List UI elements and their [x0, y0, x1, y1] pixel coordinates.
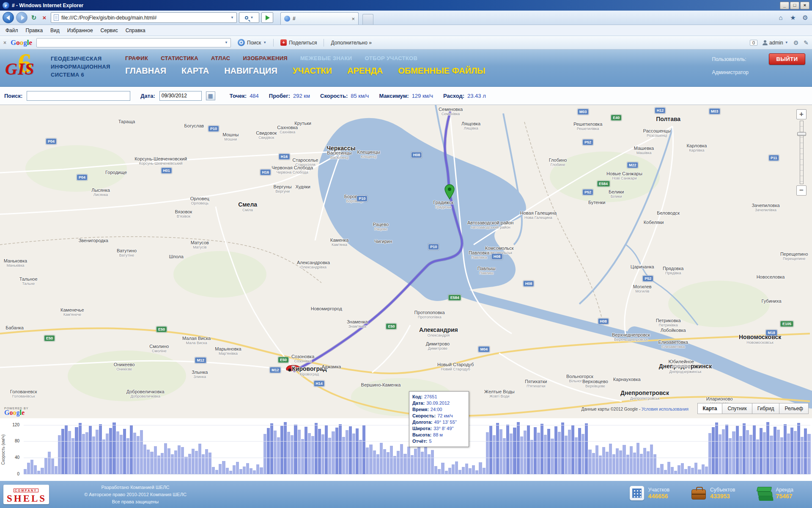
map-label: ГолованевскГолованівськ [10, 389, 37, 398]
road-badge: H08 [491, 254, 503, 260]
speed-bar [24, 469, 27, 474]
road-badge: M22 [627, 162, 639, 168]
logout-button[interactable]: ВЫЙТИ [769, 53, 805, 65]
map-canvas[interactable]: ЧеркассыЧеркасиСмелаСмілаКировоградКіров… [0, 105, 812, 418]
zoom-slider[interactable] [800, 121, 804, 184]
tab-close-icon[interactable]: × [351, 16, 355, 22]
nav-item-АРЕНДА[interactable]: АРЕНДА [347, 66, 383, 76]
y-tick-label: 0 [8, 472, 19, 476]
address-bar[interactable]: ▼ [51, 12, 237, 23]
address-dropdown-icon[interactable]: ▼ [230, 16, 234, 19]
zoom-slider-handle[interactable] [797, 132, 806, 136]
speed-bar [568, 430, 571, 474]
tools-icon[interactable]: ⚙ [793, 39, 799, 46]
menu-item-Справка[interactable]: Справка [122, 26, 149, 35]
speed-bar [215, 470, 218, 474]
brand-letter: G [4, 409, 9, 416]
city-name: Рацево [373, 222, 389, 227]
nav-item-ОТБОР УЧАСТКОВ[interactable]: ОТБОР УЧАСТКОВ [365, 55, 417, 61]
city-name: Худяки [295, 184, 310, 189]
share-button[interactable]: + Поделиться [278, 39, 319, 47]
speed-bar [708, 433, 711, 474]
map-label: МарьяновкаМар'янівка [215, 346, 241, 356]
menu-item-Сервис[interactable]: Сервис [97, 26, 122, 35]
maximize-button[interactable]: □ [790, 2, 799, 9]
forward-button[interactable] [16, 12, 27, 23]
nav-item-УЧАСТКИ[interactable]: УЧАСТКИ [293, 66, 332, 76]
terms-link[interactable]: Условия использования [642, 407, 689, 411]
address-search-button[interactable]: ▼ [239, 12, 259, 23]
point-tooltip: Код:27651Дата:30.09.2012Время:24:00Скоро… [409, 391, 469, 447]
zoom-out-button[interactable]: − [796, 185, 807, 196]
nav-item-ГРАФИК[interactable]: ГРАФИК [125, 55, 148, 61]
menu-item-Вид[interactable]: Вид [47, 26, 63, 35]
speed-bar [304, 427, 307, 474]
tab-title: # [293, 16, 296, 22]
admin-menu[interactable]: admin ▼ [763, 40, 788, 46]
speed-bar [469, 468, 472, 474]
date-input[interactable] [159, 91, 202, 101]
city-name: Зачепиловка [752, 203, 779, 208]
search-input[interactable] [27, 91, 130, 101]
speed-bar [424, 445, 427, 474]
tooltip-value: 27651 [424, 394, 437, 399]
city-name: Машевка [634, 146, 654, 151]
menu-item-Избранное[interactable]: Избранное [63, 26, 97, 35]
settings-icon[interactable]: ⚙ [801, 14, 809, 22]
nav-item-АТЛАС[interactable]: АТЛАС [211, 55, 230, 61]
tooltip-value: 33° 8' 49'' [433, 426, 453, 431]
speed-bar [801, 437, 804, 474]
toolbar-close-icon[interactable]: × [3, 40, 6, 46]
stop-icon[interactable]: × [40, 13, 49, 22]
search-dropdown-icon[interactable]: ▼ [250, 16, 254, 19]
road-badge: H16 [279, 154, 290, 160]
city-subname: Свидівок [256, 135, 277, 140]
window-title: # - Windows Internet Explorer [12, 3, 83, 8]
edit-icon[interactable]: ✎ [804, 39, 809, 46]
speed-bar [520, 436, 523, 474]
maptype-button-Гибрид[interactable]: Гибрид [752, 403, 780, 414]
nav-item-ГЛАВНАЯ[interactable]: ГЛАВНАЯ [125, 66, 166, 76]
map-label: Новый СтародубНовий Стародуб [437, 362, 474, 371]
nav-item-МЕЖЕВЫЕ ЗНАКИ[interactable]: МЕЖЕВЫЕ ЗНАКИ [300, 55, 352, 61]
map-label: ВязовокВ'язівок [175, 209, 192, 218]
calendar-icon[interactable]: ▦ [206, 91, 215, 100]
minimize-button[interactable]: _ [780, 2, 789, 9]
google-search-dropdown-icon[interactable]: ▼ [225, 41, 228, 44]
menu-item-Файл[interactable]: Файл [2, 26, 22, 35]
nav-item-СТАТИСТИКА[interactable]: СТАТИСТИКА [161, 55, 198, 61]
city-subname: Олександрівка [297, 265, 330, 269]
speed-bar [219, 464, 222, 474]
home-icon[interactable]: ⌂ [776, 14, 785, 22]
zoom-in-button[interactable]: + [796, 109, 807, 119]
divider [324, 39, 324, 47]
nav-item-КАРТА[interactable]: КАРТА [181, 66, 209, 76]
maptype-button-Рельеф[interactable]: Рельеф [779, 403, 809, 414]
back-button[interactable] [3, 12, 14, 23]
go-button[interactable] [261, 12, 273, 23]
refresh-icon[interactable]: ↻ [30, 13, 38, 22]
nav-item-НАВИГАЦИЯ[interactable]: НАВИГАЦИЯ [224, 66, 277, 76]
map-label: ЛысянкаЛисянка [91, 188, 110, 197]
google-search-input[interactable]: ▼ [36, 38, 231, 47]
address-input[interactable] [61, 15, 228, 21]
city-subname: Решетилівка [573, 127, 602, 131]
maptype-button-Карта[interactable]: Карта [697, 403, 723, 414]
map-label: ПятихаткиП'ятихатки [525, 379, 547, 388]
browser-tab[interactable]: # × [280, 12, 359, 25]
new-tab-button[interactable] [362, 14, 373, 25]
favorites-icon[interactable]: ★ [789, 14, 797, 22]
city-subname: Олександрія [419, 333, 458, 337]
maptype-button-Спутник[interactable]: Спутник [722, 403, 752, 414]
google-search-button[interactable]: Поиск ▼ [235, 38, 269, 47]
nav-item-ИЗОБРАЖЕНИЯ[interactable]: ИЗОБРАЖЕНИЯ [243, 55, 288, 61]
map-label: ЛящовкаЛящівка [461, 121, 480, 130]
more-button[interactable]: Дополнительно » [328, 39, 374, 47]
nav-item-ОБМЕННЫЕ ФАЙЛЫ[interactable]: ОБМЕННЫЕ ФАЙЛЫ [398, 66, 485, 76]
city-name: Знаменка [347, 319, 368, 324]
close-button[interactable]: × [800, 2, 809, 9]
brand-letter: G [11, 39, 16, 47]
city-subname: Жовті Води [484, 394, 515, 398]
menu-item-Правка[interactable]: Правка [22, 26, 47, 35]
speed-bar [284, 422, 287, 474]
